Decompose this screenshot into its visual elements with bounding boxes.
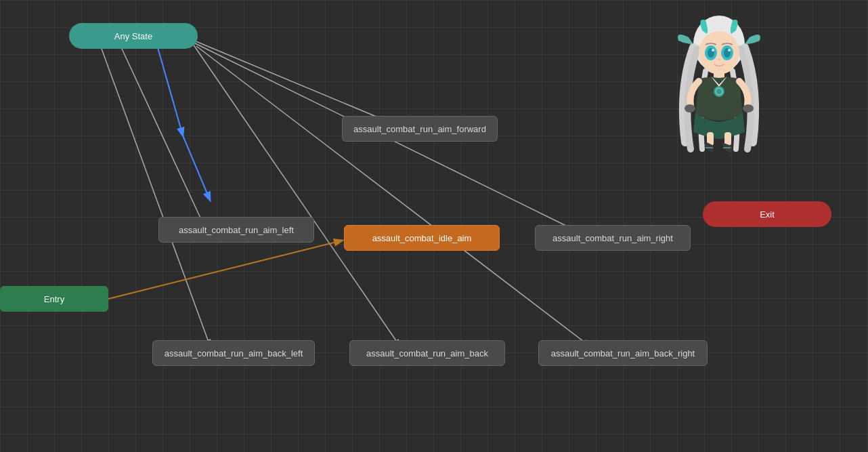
svg-line-3	[122, 49, 203, 224]
run-back-label: assault_combat_run_aim_back	[366, 348, 488, 358]
entry-label: Entry	[44, 294, 64, 304]
run-back-right-node[interactable]: assault_combat_run_aim_back_right	[538, 340, 708, 366]
svg-point-19	[685, 104, 695, 112]
run-left-node[interactable]: assault_combat_run_aim_left	[158, 217, 314, 243]
svg-line-0	[183, 36, 386, 121]
svg-line-2	[183, 136, 210, 200]
idle-aim-node[interactable]: assault_combat_idle_aim	[344, 225, 500, 251]
svg-point-20	[743, 104, 754, 112]
svg-line-1	[156, 41, 183, 136]
svg-point-15	[712, 49, 714, 52]
any-state-label: Any State	[114, 31, 152, 41]
run-back-left-node[interactable]: assault_combat_run_aim_back_left	[152, 340, 315, 366]
entry-node[interactable]: Entry	[0, 286, 108, 312]
run-back-right-label: assault_combat_run_aim_back_right	[551, 348, 695, 358]
svg-line-8	[108, 241, 342, 299]
run-left-label: assault_combat_run_aim_left	[179, 225, 294, 235]
run-right-node[interactable]: assault_combat_run_aim_right	[535, 225, 691, 251]
run-forward-node[interactable]: assault_combat_run_aim_forward	[342, 116, 498, 142]
exit-label: Exit	[760, 209, 775, 220]
run-back-left-label: assault_combat_run_aim_back_left	[165, 348, 303, 358]
svg-line-5	[193, 44, 399, 346]
character-illustration	[665, 7, 787, 163]
run-back-node[interactable]: assault_combat_run_aim_back	[349, 340, 505, 366]
svg-line-6	[102, 49, 210, 346]
run-right-label: assault_combat_run_aim_right	[552, 233, 673, 243]
run-forward-label: assault_combat_run_aim_forward	[353, 124, 486, 134]
svg-line-7	[196, 46, 589, 346]
idle-aim-label: assault_combat_idle_aim	[372, 233, 472, 243]
exit-node[interactable]: Exit	[703, 201, 831, 227]
svg-point-16	[728, 49, 731, 52]
any-state-node[interactable]: Any State	[69, 23, 198, 49]
svg-point-17	[718, 59, 720, 61]
